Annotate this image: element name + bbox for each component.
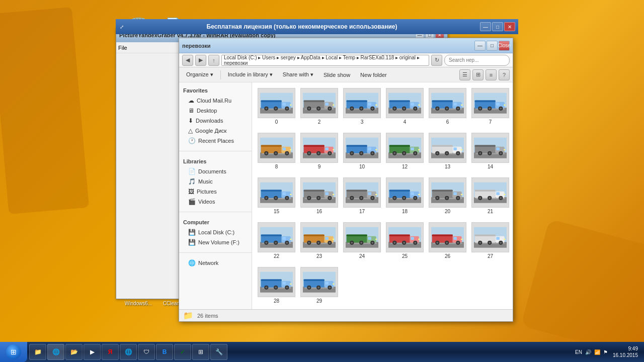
taskbar-browser-1[interactable]: 🌐	[47, 344, 64, 360]
taskbar-misc[interactable]: 🔧	[210, 344, 227, 360]
photo-item-17[interactable]: 17	[342, 176, 382, 219]
svg-point-306	[414, 242, 416, 244]
slide-show-button[interactable]: Slide show	[319, 69, 354, 81]
photo-item-9[interactable]: 9	[299, 131, 340, 174]
nav-google-disk[interactable]: △ Google Диск	[179, 126, 252, 136]
nav-new-volume-f[interactable]: 💾 New Volume (F:)	[179, 237, 252, 247]
photo-item-15[interactable]: 15	[256, 176, 297, 219]
photo-thumb-2	[300, 88, 338, 118]
winrar-menu-file[interactable]: File	[118, 45, 127, 51]
photo-label-9: 9	[318, 164, 321, 169]
photo-item-29[interactable]: 29	[299, 265, 340, 308]
taskbar-chrome[interactable]: 🌐	[120, 344, 137, 360]
photo-item-0[interactable]: 0	[256, 86, 297, 129]
share-with-button[interactable]: Share with ▾	[279, 69, 317, 81]
nav-downloads[interactable]: ⬇ Downloads	[179, 116, 252, 126]
photo-label-14: 14	[488, 164, 493, 169]
nav-music[interactable]: 🎵 Music	[179, 176, 252, 187]
svg-point-330	[479, 242, 481, 244]
taskbar-file-explorer[interactable]: 📁	[29, 344, 46, 360]
svg-point-204	[351, 197, 353, 199]
svg-rect-279	[333, 238, 334, 239]
language-indicator[interactable]: EN	[575, 349, 582, 355]
start-button[interactable]: ⊞	[0, 342, 27, 362]
photo-item-20[interactable]: 20	[427, 176, 468, 219]
taskbar-bitdefender[interactable]: B	[156, 344, 173, 360]
network-tray-icon: 📶	[594, 349, 600, 355]
taskbar-check[interactable]: ✓	[174, 344, 191, 360]
nav-desktop[interactable]: 🖥 Desktop	[179, 106, 252, 116]
svg-rect-118	[368, 147, 371, 150]
photo-item-14[interactable]: 14	[470, 131, 511, 174]
taskbar-media[interactable]: ▶	[84, 344, 101, 360]
help-button[interactable]: ?	[499, 69, 510, 80]
nav-pictures[interactable]: 🖼 Pictures	[179, 187, 252, 197]
explorer-minimize-button[interactable]: —	[474, 41, 486, 51]
photo-item-23[interactable]: 23	[299, 221, 340, 263]
svg-point-150	[446, 152, 448, 154]
photo-item-18[interactable]: 18	[384, 176, 425, 219]
photo-item-13[interactable]: 13	[427, 131, 468, 174]
photo-item-24[interactable]: 24	[342, 221, 382, 263]
search-input[interactable]	[444, 55, 510, 66]
view-grid-button[interactable]: ⊞	[472, 69, 484, 80]
nav-videos[interactable]: 🎬 Videos	[179, 197, 252, 207]
view-details-button[interactable]: ≡	[486, 69, 497, 80]
back-button[interactable]: ◀	[182, 55, 193, 66]
main-close-button[interactable]: ✕	[504, 22, 515, 31]
svg-rect-174	[282, 192, 286, 195]
taskbar-yandex-icon: Я	[106, 348, 114, 356]
nav-recent-places[interactable]: 🕐 Recent Places	[179, 136, 252, 146]
photo-item-3[interactable]: 3	[342, 86, 382, 129]
main-minimize-button[interactable]: —	[480, 22, 491, 31]
bg-decoration-2	[0, 7, 89, 214]
photo-item-12[interactable]: 12	[384, 131, 425, 174]
photo-item-27[interactable]: 27	[470, 221, 511, 263]
nav-local-disk-c[interactable]: 💾 Local Disk (C:)	[179, 227, 252, 237]
main-maximize-button[interactable]: □	[492, 22, 503, 31]
address-breadcrumb[interactable]: Local Disk (C:) ▸ Users ▸ sergey ▸ AppDa…	[221, 55, 429, 66]
folder-status-icon: 📁	[183, 311, 193, 320]
taskbar-task-mgr[interactable]: ⊞	[192, 344, 209, 360]
photo-item-21[interactable]: 21	[470, 176, 511, 219]
photo-item-22[interactable]: 22	[256, 221, 297, 263]
nav-documents[interactable]: 📄 Documents	[179, 166, 252, 176]
forward-button[interactable]: ▶	[195, 55, 206, 66]
photo-item-16[interactable]: 16	[299, 176, 340, 219]
svg-point-138	[414, 152, 416, 154]
taskbar-antivirus[interactable]: 🛡	[138, 344, 155, 360]
taskbar-explorer-icon: 📂	[70, 348, 78, 356]
photo-item-4[interactable]: 4	[384, 86, 425, 129]
svg-point-222	[414, 197, 416, 199]
photo-item-7[interactable]: 7	[470, 86, 511, 129]
computer-title: Computer	[179, 217, 252, 227]
view-list-button[interactable]: ☰	[459, 69, 470, 80]
refresh-button[interactable]: ↻	[431, 55, 442, 66]
svg-rect-146	[453, 147, 457, 150]
photo-item-25[interactable]: 25	[384, 221, 425, 263]
taskbar-explorer-2[interactable]: 📂	[65, 344, 83, 360]
svg-point-24	[317, 108, 319, 110]
svg-point-110	[329, 152, 331, 154]
explorer-maximize-button[interactable]: □	[487, 41, 498, 51]
explorer-close-button[interactable]: Close	[499, 41, 510, 51]
new-folder-button[interactable]: New folder	[356, 69, 391, 81]
photo-item-10[interactable]: 10	[342, 131, 382, 174]
photo-item-26[interactable]: 26	[427, 221, 468, 263]
photo-item-6[interactable]: 6	[427, 86, 468, 129]
nav-network[interactable]: 🌐 Network	[179, 258, 252, 268]
photo-item-2[interactable]: 2	[299, 86, 340, 129]
up-button[interactable]: ↑	[208, 55, 219, 66]
taskbar-yandex[interactable]: Я	[102, 344, 119, 360]
nav-cloud-mail[interactable]: ☁ Cloud Mail.Ru	[179, 96, 252, 106]
photo-item-8[interactable]: 8	[256, 131, 297, 174]
svg-point-120	[351, 152, 353, 154]
organize-button[interactable]: Organize ▾	[182, 69, 217, 81]
photo-item-28[interactable]: 28	[256, 265, 297, 308]
include-in-library-button[interactable]: Include in library ▾	[224, 69, 277, 81]
disk-c-icon: 💾	[188, 229, 196, 236]
svg-rect-202	[368, 192, 371, 195]
bg-decoration-1	[521, 219, 644, 354]
svg-rect-6	[282, 103, 286, 106]
svg-point-152	[457, 152, 459, 154]
